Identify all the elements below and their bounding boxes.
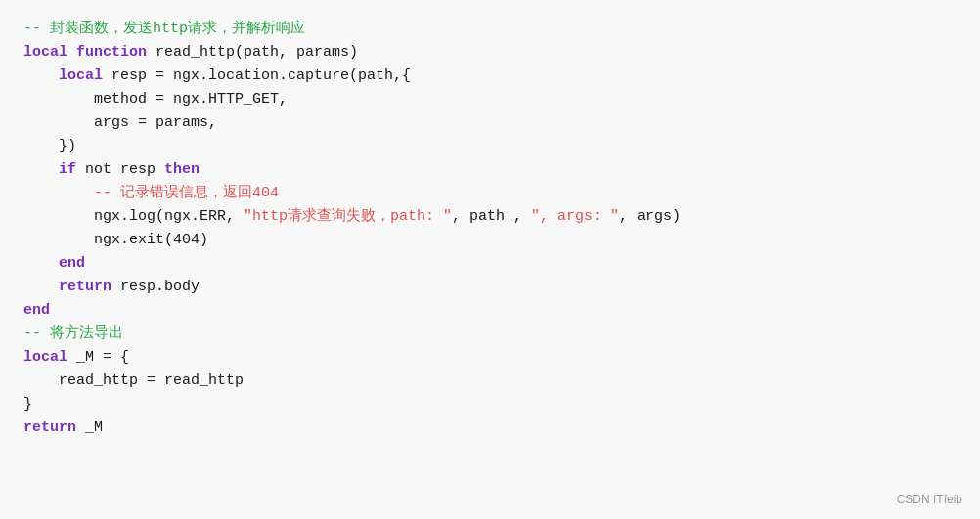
code-line: method = ngx.HTTP_GET, — [23, 88, 957, 111]
code-line: -- 记录错误信息，返回404 — [23, 182, 957, 205]
code-token: , args) — [619, 208, 681, 225]
code-token: read_http = read_http — [23, 372, 244, 389]
code-line: end — [23, 252, 957, 276]
code-token: -- 记录错误信息，返回404 — [23, 185, 279, 201]
code-line: return resp.body — [23, 276, 957, 299]
code-token: return — [23, 419, 76, 436]
code-token: -- 封装函数，发送http请求，并解析响应 — [23, 21, 305, 37]
code-token: args = params, — [23, 114, 217, 131]
footer-label: CSDN ITfeib — [897, 491, 962, 509]
code-line: -- 将方法导出 — [23, 323, 957, 346]
code-line: -- 封装函数，发送http请求，并解析响应 — [23, 18, 957, 41]
code-token: } — [23, 396, 32, 412]
code-token — [23, 279, 59, 295]
code-line: }) — [23, 135, 957, 158]
code-line: ngx.exit(404) — [23, 229, 957, 252]
code-token: ngx.log(ngx.ERR, — [23, 208, 244, 225]
code-line: local function read_http(path, params) — [23, 41, 957, 65]
code-token: local — [23, 349, 67, 366]
code-token: end — [59, 255, 85, 272]
code-line: } — [23, 393, 957, 416]
code-container: -- 封装函数，发送http请求，并解析响应local function rea… — [0, 0, 980, 519]
code-token: -- 将方法导出 — [23, 325, 123, 342]
code-line: ngx.log(ngx.ERR, "http请求查询失败，path: ", pa… — [23, 205, 957, 229]
code-token: not resp — [76, 161, 164, 178]
code-line: end — [23, 299, 957, 323]
code-token: local — [23, 67, 103, 84]
code-lines: -- 封装函数，发送http请求，并解析响应local function rea… — [23, 18, 957, 440]
code-token: ngx.exit(404) — [23, 232, 208, 248]
code-token: resp = ngx.location.capture(path,{ — [103, 67, 411, 84]
code-line: local resp = ngx.location.capture(path,{ — [23, 65, 957, 88]
code-token: _M — [76, 419, 103, 436]
code-token: method = ngx.HTTP_GET, — [23, 91, 288, 108]
code-token — [23, 161, 59, 178]
code-token: if — [59, 161, 76, 178]
code-token: , path , — [452, 208, 531, 225]
code-token: ", args: " — [531, 208, 619, 225]
code-token: "http请求查询失败，path: " — [244, 208, 452, 225]
code-line: local _M = { — [23, 346, 957, 369]
code-line: if not resp then — [23, 158, 957, 182]
code-token: local — [23, 44, 76, 61]
code-token: resp.body — [111, 279, 200, 295]
code-token — [23, 255, 59, 272]
code-token: read_http(path, params) — [147, 44, 358, 61]
code-token: return — [59, 279, 111, 295]
code-token: }) — [23, 138, 76, 154]
code-line: args = params, — [23, 111, 957, 135]
code-token: then — [164, 161, 200, 178]
code-token: function — [76, 44, 147, 61]
code-line: return _M — [23, 416, 957, 440]
code-token: _M = { — [67, 349, 129, 366]
code-line: read_http = read_http — [23, 369, 957, 393]
code-token: end — [23, 302, 50, 319]
